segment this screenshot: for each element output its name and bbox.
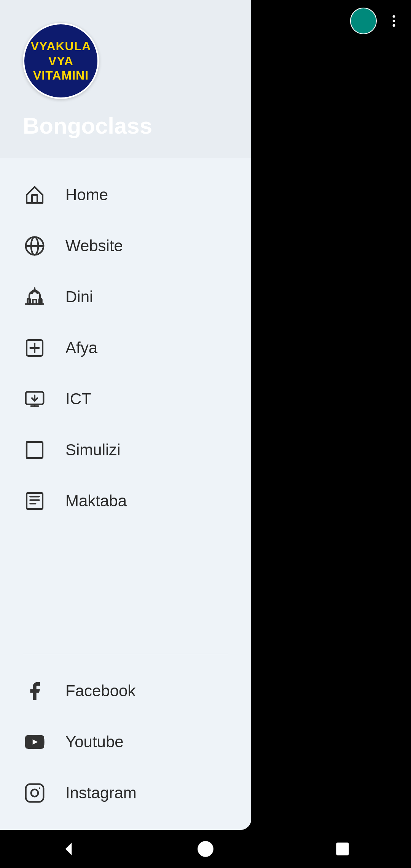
recents-button[interactable] xyxy=(327,834,358,864)
book-icon xyxy=(23,438,46,462)
home-icon xyxy=(23,183,46,207)
avatar: VYAKULA VYA VITAMINI xyxy=(23,23,99,99)
youtube-icon xyxy=(23,730,46,754)
avatar-text: VYAKULA VYA VITAMINI xyxy=(31,39,91,83)
more-options-button[interactable] xyxy=(384,11,403,30)
svg-rect-15 xyxy=(27,442,43,458)
nav-label-dini: Dini xyxy=(65,288,93,306)
svg-point-24 xyxy=(39,787,40,789)
nav-label-simulizi: Simulizi xyxy=(65,441,121,459)
instagram-icon xyxy=(23,781,46,805)
social-nav-section: Facebook Youtube xyxy=(0,662,251,822)
nav-item-maktaba[interactable]: Maktaba xyxy=(0,475,251,527)
nav-item-website[interactable]: Website xyxy=(0,220,251,271)
nav-label-facebook: Facebook xyxy=(65,682,135,700)
nav-label-youtube: Youtube xyxy=(65,733,124,751)
home-button[interactable] xyxy=(190,834,221,864)
nav-item-instagram[interactable]: Instagram xyxy=(0,767,251,819)
nav-label-ict: ICT xyxy=(65,390,91,408)
nav-item-facebook[interactable]: Facebook xyxy=(0,665,251,716)
nav-label-instagram: Instagram xyxy=(65,784,137,802)
nav-item-simulizi[interactable]: Simulizi xyxy=(0,424,251,475)
nav-item-youtube[interactable]: Youtube xyxy=(0,716,251,767)
app-title: Bongoclass xyxy=(23,113,228,139)
main-nav-section: Home Website xyxy=(0,166,251,530)
facebook-icon xyxy=(23,679,46,703)
bottom-navigation-bar xyxy=(0,830,411,868)
mosque-icon xyxy=(23,285,46,309)
nav-list: Home Website xyxy=(0,158,251,830)
nav-divider xyxy=(23,654,228,654)
svg-point-0 xyxy=(393,15,395,18)
download-screen-icon xyxy=(23,387,46,411)
svg-point-23 xyxy=(31,790,38,797)
svg-marker-25 xyxy=(65,842,72,855)
svg-point-1 xyxy=(393,20,395,22)
nav-item-ict[interactable]: ICT xyxy=(0,373,251,424)
nav-label-maktaba: Maktaba xyxy=(65,492,127,510)
navigation-drawer: VYAKULA VYA VITAMINI Bongoclass Home xyxy=(0,0,251,830)
nav-label-website: Website xyxy=(65,237,123,255)
svg-rect-22 xyxy=(26,784,44,802)
globe-icon xyxy=(23,234,46,258)
svg-rect-17 xyxy=(27,493,43,509)
nav-item-home[interactable]: Home xyxy=(0,169,251,220)
medical-icon xyxy=(23,336,46,360)
svg-rect-27 xyxy=(336,842,349,855)
nav-item-dini[interactable]: Dini xyxy=(0,271,251,322)
svg-point-2 xyxy=(393,24,395,27)
drawer-header: VYAKULA VYA VITAMINI Bongoclass xyxy=(0,0,251,158)
back-button[interactable] xyxy=(53,834,84,864)
library-icon xyxy=(23,489,46,513)
nav-label-home: Home xyxy=(65,186,108,204)
nav-item-afya[interactable]: Afya xyxy=(0,322,251,373)
svg-point-26 xyxy=(198,841,213,857)
user-avatar-small[interactable] xyxy=(350,8,377,34)
nav-label-afya: Afya xyxy=(65,339,97,357)
